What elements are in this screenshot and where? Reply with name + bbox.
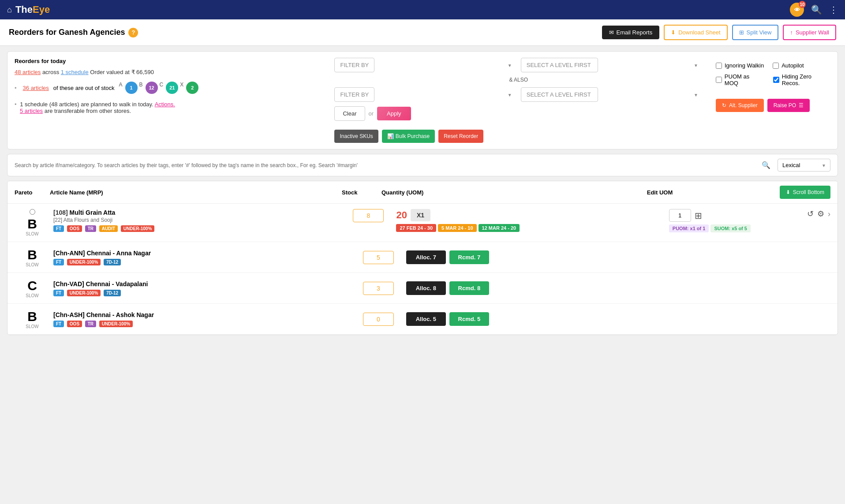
- more-options-icon[interactable]: ⋮: [829, 4, 838, 15]
- download-sheet-button[interactable]: ⬇ Download Sheet: [664, 25, 727, 40]
- article-tags: FT OOS TR AUDIT UNDER-100%: [53, 225, 349, 232]
- quantity-cell: Alloc. 7 Rcmd. 7: [406, 250, 684, 264]
- checkbox-panel: Ignoring Walkin Autopilot PUOM as MOQ Hi…: [716, 58, 830, 91]
- quantity-cell: Alloc. 5 Rcmd. 5: [406, 312, 684, 326]
- qty-number: 20: [396, 209, 407, 221]
- clear-button[interactable]: Clear: [334, 106, 365, 121]
- filter-row-2: FILTER BY SELECT A LEVEL FIRST: [334, 87, 703, 102]
- stock-cell: [353, 209, 393, 222]
- top-navigation: ⌂ TheEye 👁 10 🔍 ⋮: [0, 0, 845, 19]
- filter-by-select-1[interactable]: FILTER BY: [334, 58, 374, 72]
- alloc-button[interactable]: Alloc. 5: [406, 312, 446, 326]
- pareto-cell: B SLOW: [15, 247, 50, 267]
- tag-audit: AUDIT: [99, 225, 118, 232]
- reset-reorder-button[interactable]: Reset Reorder: [438, 130, 483, 143]
- tag-oos: OOS: [67, 225, 82, 232]
- badge-x: 2: [186, 82, 198, 94]
- filter-right-panel: Ignoring Walkin Autopilot PUOM as MOQ Hi…: [716, 58, 830, 143]
- search-icon[interactable]: 🔍: [811, 4, 822, 15]
- tag-oos: OOS: [67, 321, 82, 327]
- rcmd-button[interactable]: Rcmd. 7: [449, 250, 489, 264]
- puom-moq-checkbox-item: PUOM as MOQ: [716, 73, 764, 86]
- inactive-skus-button[interactable]: Inactive SKUs: [334, 130, 378, 143]
- select-level-select-1[interactable]: SELECT A LEVEL FIRST: [521, 58, 598, 72]
- schedule-count-link[interactable]: 1 schedule: [61, 69, 89, 75]
- apply-button[interactable]: Apply: [377, 107, 411, 120]
- stock-input[interactable]: [363, 251, 394, 264]
- article-name: [Chn-ASH] Chennai - Ashok Nagar: [53, 311, 359, 318]
- raise-po-button[interactable]: Raise PO ☰: [767, 99, 810, 112]
- search-icon[interactable]: 🔍: [762, 161, 770, 169]
- grid-icon: ⊞: [695, 210, 702, 221]
- tag-tr: TR: [85, 225, 96, 232]
- checkbox-row-2: PUOM as MOQ Hiding Zero Recos.: [716, 73, 830, 86]
- hiding-zero-checkbox-item: Hiding Zero Recos.: [773, 73, 830, 86]
- pareto-letter: C: [27, 278, 37, 293]
- col-stock: Stock: [342, 189, 381, 196]
- notification-eye-icon: 👁: [794, 7, 800, 13]
- col-article-name: Article Name (MRP): [50, 189, 342, 196]
- undo-button[interactable]: ↺: [807, 209, 814, 219]
- order-info: 48 articles across 1 schedule Order valu…: [15, 69, 321, 75]
- rcmd-button[interactable]: Rcmd. 8: [449, 281, 489, 295]
- filter-by-select-2[interactable]: FILTER BY: [334, 87, 374, 102]
- rcmd-button[interactable]: Rcmd. 5: [449, 312, 489, 326]
- pareto-letter: B: [27, 309, 37, 324]
- settings-button[interactable]: ⚙: [817, 209, 824, 219]
- alt-supplier-button[interactable]: ↻ Alt. Supplier: [716, 99, 764, 112]
- date-badges-row: 27 FEB 24 - 30 5 MAR 24 - 10 12 MAR 24 -…: [396, 224, 665, 232]
- puom-moq-checkbox[interactable]: [716, 77, 722, 83]
- tag-under100: UNDER-100%: [67, 290, 101, 296]
- oos-row: • 36 articles of these are out of stock …: [15, 82, 321, 94]
- article-info: [Chn-VAD] Chennai - Vadapalani FT UNDER-…: [53, 280, 359, 296]
- tag-7d12: 7D-12: [104, 290, 121, 296]
- article-name: [Chn-VAD] Chennai - Vadapalani: [53, 280, 359, 287]
- alloc-button[interactable]: Alloc. 8: [406, 281, 446, 295]
- uom-input[interactable]: [669, 209, 691, 222]
- oos-count-link[interactable]: 36 articles: [23, 85, 49, 91]
- help-icon[interactable]: ?: [128, 28, 138, 37]
- tag-ft: FT: [53, 259, 64, 265]
- pareto-cell: B SLOW: [15, 309, 50, 329]
- page-header: Reorders for Ganesh Agencies ? ✉ Email R…: [0, 19, 845, 46]
- uom-badges: PUOM: x1 of 1 SUOM: x5 of 5: [669, 224, 804, 232]
- supplier-icon: ↑: [790, 29, 793, 36]
- stock-input[interactable]: [353, 209, 384, 222]
- scroll-bottom-button[interactable]: ⬇ Scroll Bottom: [780, 186, 830, 199]
- row-select-radio[interactable]: [30, 209, 35, 215]
- search-bar: Search by article if/name/category. To s…: [7, 154, 838, 176]
- filter-panel: Reorders for today 48 articles across 1 …: [7, 51, 838, 149]
- select-level-select-2[interactable]: SELECT A LEVEL FIRST: [521, 87, 598, 102]
- home-icon[interactable]: ⌂: [7, 5, 12, 15]
- supplier-wall-button[interactable]: ↑ Supplier Wall: [783, 25, 836, 40]
- col-edit-uom: Edit UOM: [647, 189, 780, 196]
- email-icon: ✉: [609, 29, 614, 36]
- articles-count-link[interactable]: 48 articles: [15, 69, 41, 75]
- tag-ft: FT: [53, 321, 64, 327]
- puom-moq-label: PUOM as MOQ: [725, 73, 764, 86]
- stock-input[interactable]: [363, 313, 394, 326]
- expand-button[interactable]: ›: [828, 209, 830, 219]
- split-view-button[interactable]: ⊞ Split View: [732, 25, 779, 40]
- stock-cell: [363, 251, 403, 264]
- pareto-slow-label: SLOW: [26, 324, 38, 329]
- sort-select[interactable]: Lexical Article Name Stock Quantity: [778, 159, 830, 172]
- actions-link[interactable]: Actions.: [155, 101, 175, 108]
- article-name: [Chn-ANN] Chennai - Anna Nagar: [53, 250, 359, 257]
- notification-bell[interactable]: 👁 10: [790, 3, 804, 17]
- bulk-icon: 📊: [387, 133, 394, 139]
- hiding-zero-checkbox[interactable]: [773, 77, 779, 83]
- transferable-link[interactable]: 5 articles: [20, 108, 43, 114]
- alloc-button[interactable]: Alloc. 7: [406, 250, 446, 264]
- ignoring-walkin-checkbox[interactable]: [716, 63, 722, 69]
- stock-input[interactable]: [363, 282, 394, 295]
- edit-uom-cell: ⊞ PUOM: x1 of 1 SUOM: x5 of 5: [669, 209, 804, 232]
- puom-badge: PUOM: x1 of 1: [669, 224, 709, 232]
- email-reports-button[interactable]: ✉ Email Reports: [602, 26, 660, 39]
- main-area: Reorders for today 48 articles across 1 …: [0, 46, 845, 340]
- row-actions: ↺ ⚙ ›: [807, 209, 830, 219]
- filter-dropdowns: FILTER BY SELECT A LEVEL FIRST & ALSO FI…: [330, 58, 707, 143]
- table-row: C SLOW [Chn-VAD] Chennai - Vadapalani FT…: [7, 273, 838, 304]
- autopilot-checkbox[interactable]: [773, 63, 779, 69]
- bulk-purchase-button[interactable]: 📊 Bulk Purchase: [382, 130, 435, 143]
